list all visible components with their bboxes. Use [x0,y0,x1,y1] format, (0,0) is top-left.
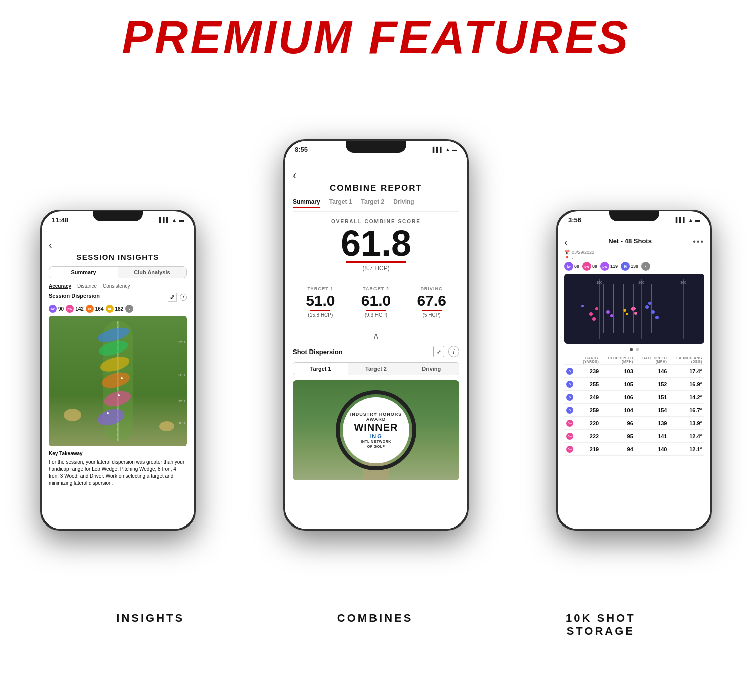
cell-carry-1: 255 [577,378,601,391]
info-icon-left[interactable]: i [180,294,187,301]
loc-row: 📍 - [564,256,704,261]
sub-score-value-2: 61.0 [361,293,391,308]
page-header: PREMIUM FEATURES [122,14,630,60]
right-phone-content: ‹ Net - 48 Shots ••• 📅 03/29/2022 📍 - [558,225,710,459]
net-shots-container: Net - 48 Shots [608,237,652,245]
left-phone-content: ‹ SESSION INSIGHTS Summary Club Analysis… [42,225,194,492]
club-pill-extra: • [125,305,133,313]
signal-icon-right: ▌▌▌ [676,217,686,223]
cell-club-4: 3w [564,417,577,430]
bottom-labels: INSIGHTS COMBINES 10K SHOTSTORAGE [0,600,752,653]
cell-carry-6: 219 [577,443,601,456]
back-button-center[interactable]: ‹ [293,169,459,182]
shot-tab-target1[interactable]: Target 1 [293,363,348,375]
phone-left-screen: 11:48 ▌▌▌ ▲ ▬ ‹ SESSION INSIGHTS Summary… [42,211,194,529]
expand-icon[interactable]: ⤢ [168,293,177,302]
row-club-dot-6: 3w [566,446,573,453]
cell-carry-2: 249 [577,391,601,404]
badge-wrapper: Industry Honors Award • INTERNATIONAL NE… [336,390,416,470]
sub-score-line-3 [422,310,442,311]
tab-driving[interactable]: Driving [393,198,414,208]
club-dot-6i: 6i [106,305,114,313]
cell-clubspeed-1: 105 [601,378,635,391]
tab-club-analysis[interactable]: Club Analysis [118,267,186,278]
sub-tabs: Accuracy Distance Consistency [49,283,187,289]
subtab-accuracy[interactable]: Accuracy [49,283,71,289]
tab-summary[interactable]: Summary [49,267,118,278]
calendar-icon: 📅 [564,250,570,255]
tab-target1[interactable]: Target 1 [329,198,352,208]
table-row: D 249 106 151 14.2° [564,391,704,404]
cell-launch-6: 12.1° [669,443,704,456]
expand-icon-center[interactable]: ⤢ [433,346,444,357]
notch-left [93,211,143,221]
cell-ballspeed-2: 151 [635,391,669,404]
row-club-dot-1: D [566,381,573,388]
cell-ballspeed-4: 139 [635,417,669,430]
cell-launch-3: 16.7° [669,404,704,417]
notch-right [609,211,659,221]
club-badge-pw: pw 119 [600,262,618,271]
status-icons-left: ▌▌▌ ▲ ▬ [159,217,184,223]
battery-icon-center: ▬ [452,147,457,152]
shot-tab-driving[interactable]: Driving [404,363,459,375]
back-btn-right[interactable]: ‹ [564,237,567,248]
bottom-label-combines: COMBINES [337,612,413,638]
tab-target2[interactable]: Target 2 [361,198,385,208]
shot-dot-12 [626,313,628,315]
cell-clubspeed-3: 104 [601,404,635,417]
club-dot-extra: • [125,305,133,313]
cell-carry-4: 220 [577,417,601,430]
sub-score-type-1: TARGET 1 [306,286,335,291]
shot-tabs: Target 1 Target 2 Driving [293,362,459,375]
summary-tabs: Summary Club Analysis [49,266,187,278]
club-badge-lw: lw 68 [564,262,579,271]
hcp-label: (8.7 HCP) [293,265,459,272]
sub-score-hcp-3: (5 HCP) [417,312,446,318]
chevron-up[interactable]: ∧ [293,331,459,341]
sub-score-driving: DRIVING 67.6 (5 HCP) [417,286,446,318]
back-button-left[interactable]: ‹ [49,239,187,251]
phone-left: 11:48 ▌▌▌ ▲ ▬ ‹ SESSION INSIGHTS Summary… [40,210,196,531]
club-pill-lw: lw 90 [49,305,64,313]
battery-icon-right: ▬ [695,217,700,223]
th-launch-ang: LAUNCH ANG(DEG) [669,355,704,365]
info-icon-center[interactable]: i [448,346,459,357]
right-header: ‹ Net - 48 Shots ••• [564,237,704,248]
more-dots[interactable]: ••• [693,237,704,246]
yard-label-100: 100 [178,421,185,425]
sub-score-type-3: DRIVING [417,286,446,291]
tab-summary-center[interactable]: Summary [293,198,320,208]
yard-label-150: 150 [178,399,185,403]
club-badge-dot-more: • [641,262,650,271]
chart-label-200: 200 [638,281,644,284]
sub-score-value-1: 51.0 [306,293,335,308]
location-value: - [572,256,573,261]
badge-logo-text: ING [369,433,383,439]
row-club-dot-5: 3w [566,433,573,440]
club-badge-num-pw: 119 [610,264,618,269]
shot-tab-target2[interactable]: Target 2 [348,363,404,375]
wifi-icon-right: ▲ [688,217,693,223]
sub-score-target2: TARGET 2 61.0 (9.3 HCP) [361,286,391,318]
heart-dot-2 [634,312,637,315]
shot-dot-1 [589,312,593,316]
sub-score-value-3: 67.6 [417,293,446,308]
signal-icon-center: ▌▌▌ [433,147,443,152]
sub-scores: TARGET 1 51.0 (15.8 HCP) TARGET 2 61.0 (… [293,280,459,324]
club-num-8i: 164 [95,306,104,312]
club-dot-pw: pw [66,305,74,313]
cell-clubspeed-5: 95 [601,430,635,443]
key-takeaway: Key Takeaway For the session, your later… [49,450,187,487]
badge-award-text: Industry Honors Award [347,412,405,422]
shot-chart: 100 200 300 [564,274,704,344]
subtab-distance[interactable]: Distance [77,283,97,289]
bottom-label-insights: INSIGHTS [116,612,184,638]
row-club-dot-2: D [566,394,573,401]
data-table: CARRY(YARDS) CLUB SPEED(MPH) BALL SPEED(… [564,355,704,456]
badge-inner: Industry Honors Award WINNER ING INTL NE… [343,397,409,463]
row-club-dot-0: D [566,368,573,375]
th-club [564,355,577,365]
subtab-consistency[interactable]: Consistency [103,283,130,289]
net-shots-title: Net - 48 Shots [608,237,652,245]
